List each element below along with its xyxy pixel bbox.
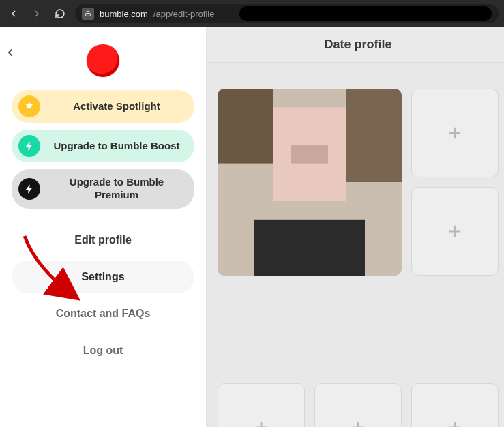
sidebar: Activate Spotlight Upgrade to Bumble Boo… [0, 27, 206, 427]
page-title: Date profile [207, 27, 504, 63]
browser-back-button[interactable] [5, 5, 22, 22]
plus-icon [252, 418, 271, 427]
site-info-icon[interactable] [82, 8, 94, 20]
sidebar-menu: Edit profile Settings Contact and FAQs L… [8, 224, 198, 367]
browser-forward-button[interactable] [29, 5, 45, 22]
url-path: /app/edit-profile [153, 9, 215, 19]
profile-photo-placeholder [218, 89, 402, 276]
svg-rect-0 [86, 14, 91, 16]
promo-premium-button[interactable]: Upgrade to Bumble Premium [12, 169, 194, 209]
arrow-left-icon [8, 8, 19, 19]
menu-item-log-out[interactable]: Log out [12, 334, 194, 367]
premium-icon [18, 178, 40, 200]
promo-spotlight-label: Activate Spotlight [48, 100, 185, 113]
photo-slot-3[interactable] [411, 187, 499, 276]
photo-slot-5[interactable] [314, 383, 402, 427]
plus-icon [445, 222, 464, 241]
photo-slot-2[interactable] [411, 89, 499, 177]
sidebar-back-button[interactable] [4, 46, 16, 61]
browser-url-bar[interactable]: bumble.com/app/edit-profile [75, 4, 499, 23]
photo-grid-section: Preview profile [207, 63, 504, 427]
promo-premium-label: Upgrade to Bumble Premium [48, 176, 185, 202]
menu-item-edit-profile[interactable]: Edit profile [12, 224, 194, 256]
plus-icon [349, 418, 368, 427]
plus-icon [445, 123, 464, 143]
svg-rect-5 [254, 220, 365, 276]
plus-icon [445, 418, 464, 427]
promo-boost-button[interactable]: Upgrade to Bumble Boost [12, 130, 194, 162]
url-redaction [239, 6, 492, 21]
profile-avatar[interactable] [86, 44, 120, 78]
reload-icon [55, 8, 65, 19]
boost-icon [18, 135, 40, 157]
svg-rect-2 [218, 89, 273, 164]
photo-slot-main[interactable] [218, 89, 402, 276]
browser-chrome: bumble.com/app/edit-profile [0, 0, 504, 27]
menu-item-contact-faqs[interactable]: Contact and FAQs [12, 297, 194, 330]
url-host: bumble.com [100, 9, 148, 19]
main-panel: Date profile [206, 27, 504, 427]
menu-item-settings[interactable]: Settings [12, 261, 194, 293]
promo-spotlight-button[interactable]: Activate Spotlight [12, 90, 194, 123]
spotlight-icon [18, 95, 40, 117]
photo-slot-6[interactable] [411, 383, 499, 427]
app-root: Activate Spotlight Upgrade to Bumble Boo… [0, 27, 504, 427]
chevron-left-icon [4, 46, 16, 59]
browser-reload-button[interactable] [52, 5, 68, 22]
arrow-right-icon [31, 8, 42, 19]
svg-rect-6 [291, 145, 328, 163]
photo-slot-4[interactable] [218, 383, 305, 427]
promo-boost-label: Upgrade to Bumble Boost [48, 140, 185, 153]
svg-rect-3 [346, 89, 402, 182]
